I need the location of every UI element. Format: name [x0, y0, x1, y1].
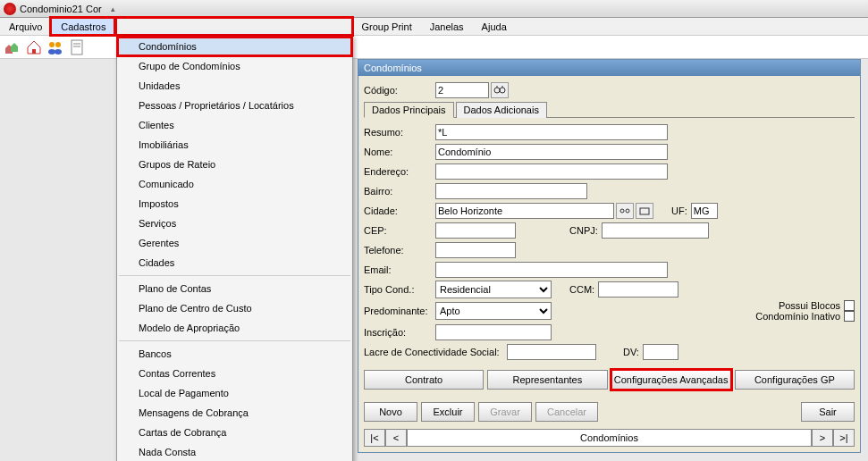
inscricao-input[interactable]	[435, 324, 552, 340]
menu-group-print[interactable]: Group Print	[352, 18, 420, 35]
dropdown-local-pagamento[interactable]: Local de Pagamento	[117, 383, 352, 403]
binoculars-icon[interactable]	[491, 82, 509, 98]
excluir-button[interactable]: Excluir	[421, 402, 475, 422]
lacre-input[interactable]	[507, 344, 596, 360]
nav-last-button[interactable]: >|	[833, 429, 855, 447]
people-icon[interactable]	[46, 38, 64, 56]
codigo-input[interactable]	[435, 82, 489, 98]
svg-point-5	[55, 42, 61, 47]
houses-icon[interactable]	[4, 38, 21, 56]
telefone-input[interactable]	[435, 242, 516, 258]
novo-button[interactable]: Novo	[364, 402, 417, 422]
nav-next-button[interactable]: >	[812, 429, 833, 447]
inativo-row[interactable]: Condomínio Inativo	[755, 311, 855, 322]
dropdown-pessoas[interactable]: Pessoas / Proprietários / Locatários	[117, 96, 352, 115]
bairro-label: Bairro:	[364, 186, 435, 197]
cnpj-label: CNPJ:	[569, 225, 598, 236]
dropdown-mensagens-cobranca[interactable]: Mensagens de Cobrança	[117, 403, 352, 423]
uf-input[interactable]	[691, 203, 718, 219]
dv-input[interactable]	[643, 344, 678, 360]
predominante-label: Predominante:	[364, 306, 435, 316]
dropdown-nada-consta[interactable]: Nada Consta	[117, 442, 352, 461]
email-label: Email:	[364, 264, 435, 275]
possui-blocos-checkbox[interactable]	[844, 300, 855, 311]
svg-rect-3	[32, 49, 36, 54]
dropdown-cidades[interactable]: Cidades	[117, 253, 352, 272]
dropdown-imobiliarias[interactable]: Imobiliárias	[117, 135, 352, 155]
dropdown-gerentes[interactable]: Gerentes	[117, 233, 352, 253]
nome-input[interactable]	[435, 144, 668, 160]
dropdown-plano-centro[interactable]: Plano de Centro de Custo	[117, 298, 352, 318]
dropdown-grupos-rateio[interactable]: Grupos de Rateio	[117, 155, 352, 174]
dropdown-plano-contas[interactable]: Plano de Contas	[117, 279, 352, 298]
dropdown-bancos[interactable]: Bancos	[117, 344, 352, 364]
resumo-label: Resumo:	[364, 127, 435, 138]
dropdown-unidades[interactable]: Unidades	[117, 76, 352, 96]
cancelar-button[interactable]: Cancelar	[535, 402, 598, 422]
contrato-button[interactable]: Contrato	[364, 370, 484, 390]
tab-dados-principais[interactable]: Dados Principais	[364, 102, 454, 118]
dropdown-cartas-cobranca[interactable]: Cartas de Cobrança	[117, 423, 352, 442]
dropdown-contas-correntes[interactable]: Contas Correntes	[117, 364, 352, 383]
menu-janelas[interactable]: Janelas	[421, 18, 473, 35]
nav-prev-button[interactable]: <	[385, 429, 407, 447]
nav-first-button[interactable]: |<	[364, 429, 385, 447]
resumo-input[interactable]	[435, 124, 668, 140]
bairro-input[interactable]	[435, 183, 587, 199]
dropdown-modelo[interactable]: Modelo de Apropriação	[117, 318, 352, 338]
nome-label: Nome:	[364, 147, 435, 157]
ccm-label: CCM:	[569, 284, 594, 295]
svg-point-12	[500, 88, 505, 93]
lacre-label: Lacre de Conectividade Social:	[364, 347, 507, 357]
inativo-checkbox[interactable]	[844, 311, 855, 322]
svg-point-4	[49, 42, 55, 47]
dropdown-separator	[119, 340, 350, 341]
menu-arquivo[interactable]: Arquivo	[0, 18, 51, 35]
sair-button[interactable]: Sair	[801, 402, 855, 422]
tipo-select[interactable]: Residencial	[435, 281, 552, 298]
titlebar: Condominio21 Cor ▴	[0, 0, 868, 18]
dv-label: DV:	[623, 347, 639, 357]
endereco-input[interactable]	[435, 163, 668, 180]
menu-cadastros-highlight-spacer	[115, 18, 352, 35]
cep-input[interactable]	[435, 222, 516, 239]
dropdown-clientes[interactable]: Clientes	[117, 115, 352, 135]
config-avancadas-button[interactable]: Configurações Avançadas	[611, 370, 731, 390]
config-gp-button[interactable]: Configurações GP	[735, 370, 855, 390]
representantes-button[interactable]: Representantes	[487, 370, 607, 390]
dropdown-servicos[interactable]: Serviços	[117, 214, 352, 233]
svg-point-16	[626, 209, 629, 213]
dropdown-grupo-condominios[interactable]: Grupo de Condomínios	[117, 56, 352, 76]
possui-blocos-row[interactable]: Possui Blocos	[755, 300, 855, 311]
cidade-input[interactable]	[435, 203, 614, 219]
endereco-label: Endereço:	[364, 166, 435, 177]
svg-point-7	[55, 49, 62, 54]
dropdown-comunicado[interactable]: Comunicado	[117, 174, 352, 194]
content-area: Condomínios Código: Dados Principais Dad…	[358, 59, 861, 453]
binoculars-icon[interactable]	[616, 203, 634, 219]
svg-point-11	[494, 88, 500, 93]
menu-cadastros[interactable]: Cadastros	[51, 18, 115, 35]
ccm-input[interactable]	[598, 281, 678, 298]
svg-point-6	[48, 49, 55, 54]
menu-ajuda[interactable]: Ajuda	[473, 18, 516, 35]
panel-title: Condomínios	[358, 60, 860, 76]
cep-label: CEP:	[364, 225, 435, 236]
gravar-button[interactable]: Gravar	[478, 402, 532, 422]
tabstrip: Dados Principais Dados Adicionais	[364, 101, 855, 118]
email-input[interactable]	[435, 262, 668, 278]
cadastros-dropdown: Condomínios Grupo de Condomínios Unidade…	[116, 36, 353, 461]
svg-rect-8	[72, 40, 82, 54]
house-icon[interactable]	[25, 38, 43, 56]
document-icon[interactable]	[68, 38, 86, 56]
predominante-select[interactable]: Apto	[435, 302, 552, 320]
menubar: Arquivo Cadastros Group Print Janelas Aj…	[0, 18, 868, 36]
uf-label: UF:	[671, 205, 687, 216]
nav-center-label: Condomínios	[407, 429, 812, 447]
tab-dados-adicionais[interactable]: Dados Adicionais	[456, 102, 547, 118]
dropdown-impostos[interactable]: Impostos	[117, 194, 352, 214]
dropdown-condominios[interactable]: Condomínios	[117, 37, 352, 56]
folder-icon[interactable]	[636, 203, 653, 219]
condominios-panel: Condomínios Código: Dados Principais Dad…	[358, 59, 861, 453]
cnpj-input[interactable]	[602, 222, 709, 239]
